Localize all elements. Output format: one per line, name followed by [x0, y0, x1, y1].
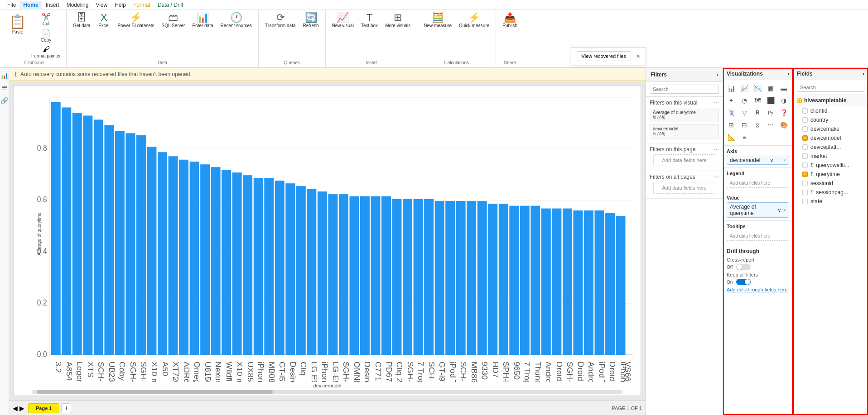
menu-home[interactable]: Home [19, 1, 42, 9]
filter-visual-dots[interactable]: ⋯ [714, 100, 719, 106]
cut-button[interactable]: ✂️ Cut [29, 12, 63, 27]
field-item[interactable]: market [793, 152, 868, 161]
viz-icon-gauge[interactable]: ◑ [778, 95, 789, 106]
close-recovered-icon[interactable]: × [637, 52, 640, 60]
menu-file[interactable]: File [4, 1, 19, 9]
viz-icon-r[interactable]: R [752, 107, 763, 118]
menu-datadrill[interactable]: Data / Drill [154, 1, 187, 9]
field-checkbox[interactable] [802, 117, 808, 123]
viz-icon-format[interactable]: 🎨 [778, 119, 789, 130]
field-item[interactable]: sessionid [793, 179, 868, 188]
field-checkbox[interactable] [802, 144, 808, 150]
viz-icon-fields[interactable]: ≡ [739, 132, 750, 143]
viz-icon-matrix[interactable]: ⊞ [726, 119, 737, 130]
field-item[interactable]: devicemodel [793, 134, 868, 143]
field-item[interactable]: devicemake [793, 124, 868, 134]
viz-axis-field[interactable]: devicemodel ∨ × [727, 156, 789, 165]
copy-button[interactable]: 📄 Copy [29, 28, 63, 43]
recent-sources-button[interactable]: 🕐 Recent sources [218, 12, 255, 29]
viz-legend-add[interactable]: Add data fields here [727, 178, 789, 188]
viz-icon-pie[interactable]: ◔ [739, 95, 750, 106]
field-checkbox[interactable] [802, 126, 808, 132]
field-checkbox[interactable] [802, 172, 808, 177]
field-checkbox[interactable] [802, 181, 808, 186]
view-recovered-button[interactable]: View recovered files [577, 51, 631, 61]
excel-button[interactable]: X Excel [95, 12, 113, 29]
viz-icon-qa[interactable]: ❓ [778, 107, 789, 118]
add-page-button[interactable]: + [61, 403, 71, 413]
menu-insert[interactable]: Insert [42, 1, 63, 9]
field-checkbox[interactable] [802, 162, 808, 168]
viz-icon-scatter[interactable]: ✦ [726, 95, 737, 106]
more-visuals-button[interactable]: ⊞ More visuals [382, 12, 413, 29]
viz-icon-treemap[interactable]: ⬛ [765, 95, 776, 106]
page-next-icon[interactable]: ▶ [19, 405, 24, 412]
viz-icon-more[interactable]: ⋯ [765, 119, 776, 130]
field-checkbox[interactable] [802, 199, 808, 204]
filter-page-add[interactable]: Add data fields here [653, 154, 715, 166]
chart-scrollbar[interactable] [14, 390, 641, 396]
viz-icon-py[interactable]: Py [765, 107, 776, 118]
model-view-icon[interactable]: 🔗 [0, 95, 10, 106]
viz-value-field[interactable]: Average of querytime ∨ × [727, 202, 789, 218]
get-data-button[interactable]: 🗄 Get data [70, 12, 93, 29]
viz-axis-field-remove[interactable]: × [783, 158, 786, 163]
viz-icon-table[interactable]: ⊟ [739, 119, 750, 130]
filters-expand-icon[interactable]: › [716, 72, 718, 78]
new-visual-button[interactable]: 📈 New visual [329, 12, 357, 29]
transform-data-button[interactable]: ⟳ Transform data [262, 12, 298, 29]
viz-icon-bar[interactable]: 📊 [726, 83, 737, 94]
viz-value-field-expand[interactable]: ∨ [777, 207, 781, 213]
page-tab-1[interactable]: Page 1 [28, 403, 59, 413]
menu-format[interactable]: Format [130, 1, 154, 9]
viz-value-field-remove[interactable]: × [783, 208, 786, 213]
keep-filters-toggle[interactable] [736, 279, 751, 285]
cross-report-toggle[interactable] [736, 264, 751, 270]
viz-expand-icon[interactable]: › [787, 71, 789, 77]
viz-axis-field-expand[interactable]: ∨ [770, 157, 774, 163]
sql-server-button[interactable]: 🗃 SQL Server [159, 12, 188, 29]
field-checkbox[interactable] [802, 153, 808, 159]
viz-icon-stacked[interactable]: ▬ [778, 83, 789, 94]
menu-view[interactable]: View [92, 1, 111, 9]
field-item[interactable]: clientid [793, 106, 868, 115]
viz-icon-area[interactable]: 📉 [752, 83, 763, 94]
viz-icon-map[interactable]: 🗺 [752, 95, 763, 106]
bar-chart[interactable]: 0.0 0.2 0.4 0.6 0.8 [32, 91, 636, 382]
new-measure-button[interactable]: 🧮 New measure [421, 12, 454, 29]
field-item[interactable]: Σquerydwellti... [793, 161, 868, 170]
filter-page-dots[interactable]: ⋯ [714, 146, 719, 153]
format-painter-button[interactable]: 🖌 Format painter [29, 44, 63, 59]
menu-modeling[interactable]: Modeling [63, 1, 92, 9]
filter-all-dots[interactable]: ⋯ [714, 174, 719, 180]
text-box-button[interactable]: T Text box [358, 12, 381, 29]
fields-search-input[interactable] [797, 83, 864, 92]
menu-help[interactable]: Help [111, 1, 130, 9]
power-bi-datasets-button[interactable]: ⚡ Power BI datasets [115, 12, 157, 29]
field-item[interactable]: country [793, 115, 868, 124]
enter-data-button[interactable]: 📊 Enter data [189, 12, 216, 29]
data-view-icon[interactable]: 🗃 [0, 82, 10, 93]
filter-all-add[interactable]: Add data fields here [653, 182, 715, 194]
viz-icon-line[interactable]: 📈 [739, 83, 750, 94]
viz-tooltips-add[interactable]: Add data fields here [727, 231, 789, 241]
report-view-icon[interactable]: 📊 [0, 70, 10, 81]
field-item[interactable]: state [793, 197, 868, 206]
field-item[interactable]: Σquerytime [793, 170, 868, 179]
field-checkbox[interactable] [802, 135, 808, 141]
drill-link[interactable]: Add drill-through fields here [727, 287, 789, 292]
viz-icon-analytics[interactable]: 📐 [726, 132, 737, 143]
field-item[interactable]: deviceplatf... [793, 143, 868, 152]
field-checkbox[interactable] [802, 108, 808, 114]
viz-icon-funnel[interactable]: ▽ [739, 107, 750, 118]
field-item[interactable]: Σsessionpag... [793, 188, 868, 197]
filters-search-input[interactable] [650, 85, 719, 94]
refresh-button[interactable]: 🔄 Refresh [300, 12, 322, 29]
field-checkbox[interactable] [802, 190, 808, 195]
page-prev-icon[interactable]: ◀ [13, 405, 18, 412]
viz-icon-column[interactable]: ▦ [765, 83, 776, 94]
quick-measure-button[interactable]: ⚡ Quick measure [456, 12, 492, 29]
viz-icon-card[interactable]: 🃏 [726, 107, 737, 118]
viz-icon-filter[interactable]: ⧖ [752, 119, 763, 130]
fields-expand-icon[interactable]: › [863, 71, 864, 77]
